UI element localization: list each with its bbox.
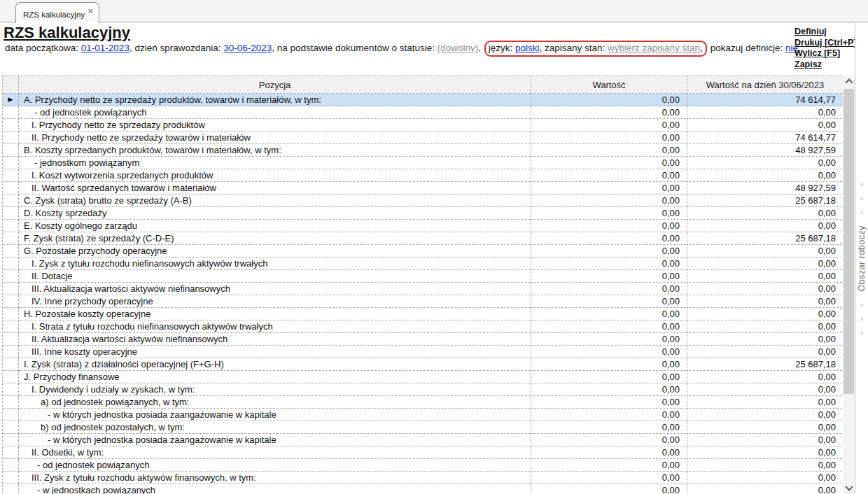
value-cell[interactable]: 0,00: [531, 106, 687, 119]
row-label[interactable]: J. Przychody finansowe: [19, 371, 531, 383]
value-cell[interactable]: 0,00: [531, 371, 687, 383]
value-on-date-cell[interactable]: 25 687,18: [687, 358, 844, 371]
row-label[interactable]: - w których jednostka posiada zaangażowa…: [19, 434, 531, 446]
start-date-link[interactable]: 01-01-2023: [81, 43, 130, 53]
row-selector-cell[interactable]: [3, 182, 19, 195]
table-row[interactable]: a) od jednostek powiązanych, w tym:0,000…: [3, 396, 844, 409]
table-row[interactable]: III. Zysk z tytułu rozchodu aktywów fina…: [3, 472, 844, 484]
wylicz-link[interactable]: Wylicz [F5]: [794, 48, 857, 59]
table-row[interactable]: - w których jednostka posiada zaangażowa…: [3, 434, 844, 446]
value-cell[interactable]: 0,00: [531, 144, 687, 157]
definiuj-link[interactable]: Definiuj: [794, 27, 857, 38]
row-selector-cell[interactable]: [3, 220, 19, 232]
row-selector-cell[interactable]: [3, 169, 19, 182]
row-selector-cell[interactable]: ▶: [3, 94, 19, 106]
row-selector-cell[interactable]: [3, 295, 19, 308]
row-selector-cell[interactable]: [3, 346, 19, 358]
value-on-date-cell[interactable]: 0,00: [687, 434, 844, 446]
value-on-date-cell[interactable]: 0,00: [687, 207, 844, 220]
table-row[interactable]: IV. Inne przychody operacyjne0,000,00: [3, 295, 844, 308]
row-label[interactable]: I. Dywidendy i udziały w zyskach, w tym:: [19, 383, 531, 396]
row-label[interactable]: II. Przychody netto ze sprzedaży towarów…: [19, 132, 531, 144]
value-cell[interactable]: 0,00: [531, 446, 687, 459]
value-cell[interactable]: 0,00: [531, 295, 687, 308]
row-label[interactable]: A. Przychody netto ze sprzedaży produktó…: [19, 94, 531, 106]
row-selector-cell[interactable]: [3, 446, 19, 459]
value-cell[interactable]: 0,00: [531, 207, 687, 220]
row-label[interactable]: G. Pozostałe przychody operacyjne: [19, 245, 531, 257]
value-on-date-cell[interactable]: 0,00: [687, 257, 844, 270]
value-cell[interactable]: 0,00: [531, 358, 687, 371]
value-on-date-cell[interactable]: 0,00: [687, 459, 844, 472]
expand-chevron-icon[interactable]: ›: [860, 205, 863, 219]
value-cell[interactable]: 0,00: [531, 308, 687, 320]
table-row[interactable]: - w których jednostka posiada zaangażowa…: [3, 409, 844, 421]
value-on-date-cell[interactable]: 48 927,59: [687, 144, 844, 157]
value-on-date-cell[interactable]: 0,00: [687, 409, 844, 421]
row-label[interactable]: I. Zysk z tytułu rozchodu niefinansowych…: [19, 257, 531, 270]
row-label[interactable]: I. Przychody netto ze sprzedaży produktó…: [19, 119, 531, 132]
value-cell[interactable]: 0,00: [531, 195, 687, 207]
row-selector-cell[interactable]: [3, 333, 19, 346]
value-on-date-cell[interactable]: 0,00: [687, 283, 844, 295]
table-row[interactable]: b) od jednostek pozostałych, w tym:0,000…: [3, 421, 844, 434]
value-cell[interactable]: 0,00: [531, 283, 687, 295]
value-on-date-cell[interactable]: 74 614,77: [687, 132, 844, 144]
value-on-date-cell[interactable]: 0,00: [687, 383, 844, 396]
row-label[interactable]: - w jednostkach powiązanych: [19, 484, 531, 494]
vertical-scrollbar[interactable]: [843, 76, 855, 494]
row-label[interactable]: II. Wartość sprzedanych towarów i materi…: [19, 182, 531, 195]
value-cell[interactable]: 0,00: [531, 346, 687, 358]
row-label[interactable]: II. Dotacje: [19, 270, 531, 283]
table-row[interactable]: ▶A. Przychody netto ze sprzedaży produkt…: [3, 94, 844, 106]
table-row[interactable]: - od jednostek powiązanych0,000,00: [3, 459, 844, 472]
row-selector-cell[interactable]: [3, 257, 19, 270]
row-selector-cell[interactable]: [3, 472, 19, 484]
table-row[interactable]: - w jednostkach powiązanych0,000,00: [3, 484, 844, 494]
value-on-date-cell[interactable]: 0,00: [687, 371, 844, 383]
value-cell[interactable]: 0,00: [531, 94, 687, 106]
row-label[interactable]: E. Koszty ogólnego zarządu: [19, 220, 531, 232]
value-on-date-cell[interactable]: 0,00: [687, 106, 844, 119]
row-label[interactable]: I. Strata z tytułu rozchodu niefinansowy…: [19, 320, 531, 333]
row-selector-cell[interactable]: [3, 484, 19, 494]
value-cell[interactable]: 0,00: [531, 220, 687, 232]
expand-chevron-icon[interactable]: ›: [860, 191, 863, 205]
table-row[interactable]: III. Inne koszty operacyjne0,000,00: [3, 346, 844, 358]
row-selector-cell[interactable]: [3, 283, 19, 295]
table-row[interactable]: III. Aktualizacja wartości aktywów niefi…: [3, 283, 844, 295]
value-cell[interactable]: 0,00: [531, 421, 687, 434]
value-on-date-cell[interactable]: 0,00: [687, 472, 844, 484]
value-cell[interactable]: 0,00: [531, 157, 687, 169]
value-cell[interactable]: 0,00: [531, 119, 687, 132]
row-label[interactable]: - jednostkom powiązanym: [19, 157, 531, 169]
table-row[interactable]: C. Zysk (strata) brutto ze sprzedaży (A-…: [3, 195, 844, 207]
row-selector-cell[interactable]: [3, 245, 19, 257]
zapisz-link[interactable]: Zapisz: [794, 59, 857, 71]
value-on-date-cell[interactable]: 0,00: [687, 421, 844, 434]
value-on-date-cell[interactable]: 0,00: [687, 346, 844, 358]
table-row[interactable]: I. Zysk z tytułu rozchodu niefinansowych…: [3, 257, 844, 270]
value-on-date-cell[interactable]: 0,00: [687, 484, 844, 494]
table-row[interactable]: II. Wartość sprzedanych towarów i materi…: [3, 182, 844, 195]
value-on-date-cell[interactable]: 0,00: [687, 446, 844, 459]
value-cell[interactable]: 0,00: [531, 383, 687, 396]
row-selector-cell[interactable]: [3, 157, 19, 169]
row-selector-cell[interactable]: [3, 144, 19, 157]
report-date-link[interactable]: 30-06-2023: [223, 43, 272, 53]
value-cell[interactable]: 0,00: [531, 434, 687, 446]
workspace-panel-tab[interactable]: ›››Obszar roboczy›››: [855, 22, 868, 494]
row-label[interactable]: F. Zysk (strata) ze sprzedaży (C-D-E): [19, 232, 531, 245]
value-cell[interactable]: 0,00: [531, 320, 687, 333]
row-label[interactable]: H. Pozostałe koszty operacyjne: [19, 308, 531, 320]
expand-chevron-icon[interactable]: ›: [860, 297, 863, 311]
value-cell[interactable]: 0,00: [531, 396, 687, 409]
table-row[interactable]: - od jednostek powiązanych0,000,00: [3, 106, 844, 119]
row-selector-cell[interactable]: [3, 132, 19, 144]
row-selector-cell[interactable]: [3, 421, 19, 434]
value-on-date-cell[interactable]: 0,00: [687, 157, 844, 169]
expand-chevron-icon[interactable]: ›: [860, 325, 863, 339]
table-row[interactable]: II. Odsetki, w tym:0,000,00: [3, 446, 844, 459]
value-cell[interactable]: 0,00: [531, 333, 687, 346]
row-label[interactable]: - w których jednostka posiada zaangażowa…: [19, 409, 531, 421]
